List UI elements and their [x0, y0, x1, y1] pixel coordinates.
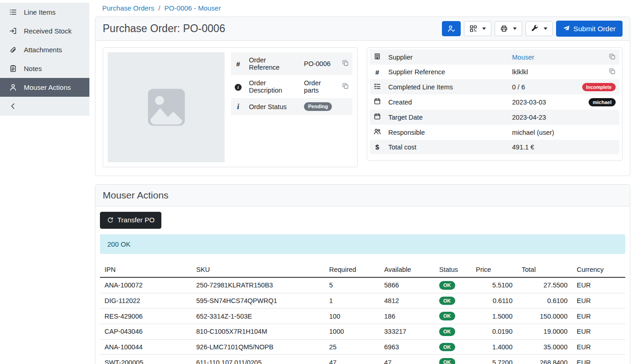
image-placeholder-icon	[145, 86, 187, 128]
cell-total: 19.0000	[517, 324, 572, 340]
cell-required: 100	[325, 309, 380, 324]
detail-value: 491.1 €	[508, 140, 576, 154]
transfer-po-button[interactable]: Transfer PO	[100, 212, 161, 229]
sidebar-item-label: Attachments	[24, 46, 62, 54]
ok-badge: OK	[439, 343, 455, 352]
detail-label: Target Date	[385, 110, 508, 125]
table-row: ANA-100044926-LMC7101QM5/NOPB256963OK1.4…	[100, 339, 625, 355]
column-header-total: Total	[517, 262, 572, 277]
cell-sku: 652-3314Z-1-503E	[192, 309, 325, 324]
breadcrumb-link-current-order[interactable]: PO-0006 - Mouser	[165, 4, 221, 12]
sidebar-item-attachments[interactable]: Attachments	[0, 40, 89, 59]
mouser-actions-title: Mouser Actions	[103, 190, 169, 201]
cell-sku: 810-C1005X7R1H104M	[192, 324, 325, 340]
cell-status: OK	[435, 309, 471, 324]
detail-label: Created	[385, 94, 508, 110]
info-circle-icon: i	[235, 84, 242, 91]
qr-icon	[469, 25, 477, 33]
cell-required: 47	[325, 355, 380, 364]
cell-total: 27.5500	[517, 277, 572, 293]
cell-ipn: DIG-112022	[100, 293, 192, 309]
cell-currency: EUR	[572, 309, 625, 324]
copy-icon	[609, 53, 616, 60]
copy-icon	[609, 68, 616, 75]
detail-value-text: 0 / 6	[512, 83, 525, 91]
cell-ipn: RES-429006	[100, 309, 192, 324]
detail-row-order-reference: #Order ReferencePO-0006	[231, 52, 353, 75]
cell-currency: EUR	[572, 277, 625, 293]
supplier-details-card: SupplierMouser#Supplier Referencelklklkl…	[367, 47, 623, 161]
sidebar-item-notes[interactable]: Notes	[0, 59, 89, 78]
supplier-details-table: SupplierMouser#Supplier Referencelklklkl…	[370, 50, 619, 154]
breadcrumb-link-purchase-orders[interactable]: Purchase Orders	[102, 4, 154, 12]
detail-value: michael (user)	[508, 125, 576, 140]
print-actions-button[interactable]	[495, 21, 522, 36]
mouser-actions-body: Transfer PO 200 OK IPNSKURequiredAvailab…	[95, 206, 630, 364]
mouser-actions-panel-header: Mouser Actions	[95, 185, 630, 206]
table-row: SWT-200005611-110.107.011/02054747OK5.72…	[100, 355, 625, 364]
ok-badge: OK	[439, 297, 455, 305]
supplier-link[interactable]: Mouser	[512, 54, 534, 61]
sidebar-item-received-stock[interactable]: Received Stock	[0, 22, 89, 40]
table-row: RES-429006652-3314Z-1-503E100186OK1.5000…	[100, 309, 625, 324]
cell-price: 5.7200	[471, 355, 517, 364]
cell-currency: EUR	[572, 293, 625, 309]
copy-button[interactable]	[342, 60, 349, 66]
detail-label: Responsible	[385, 125, 508, 140]
order-image-placeholder[interactable]	[108, 52, 225, 162]
copy-button[interactable]	[342, 83, 349, 89]
order-details-section: #Order ReferencePO-0006iOrder Descriptio…	[95, 41, 630, 176]
dollar-icon: $	[375, 143, 379, 151]
order-actions-button[interactable]	[525, 21, 553, 36]
chevron-left-icon	[9, 102, 17, 110]
cell-sku: 611-110.107.011/0205	[192, 355, 325, 364]
detail-label: Completed Line Items	[385, 79, 508, 94]
ok-badge: OK	[439, 358, 455, 364]
copy-button[interactable]	[609, 53, 616, 60]
detail-value-text: 2023-04-23	[512, 114, 546, 121]
column-header-price: Price	[471, 262, 517, 277]
detail-value-text: PO-0006	[304, 60, 331, 67]
submit-order-button[interactable]: Submit Order	[556, 21, 623, 37]
detail-row-order-status: iOrder StatusPending	[231, 98, 353, 115]
barcode-actions-button[interactable]	[464, 21, 491, 36]
column-header-available: Available	[380, 262, 435, 277]
hash-icon: #	[236, 60, 240, 68]
caret-down-icon	[482, 28, 486, 30]
detail-value-text: Order parts	[304, 79, 321, 94]
plane-icon	[563, 25, 570, 32]
submit-order-label: Submit Order	[573, 24, 616, 33]
info-icon: i	[237, 103, 239, 111]
cell-price: 1.5000	[471, 309, 517, 324]
sidebar-item-line-items[interactable]: Line Items	[0, 3, 89, 22]
sidebar-item-mouser-actions[interactable]: Mouser Actions	[0, 78, 89, 97]
ok-badge: OK	[439, 327, 455, 336]
cell-available: 5866	[380, 277, 435, 293]
caret-down-icon	[544, 28, 547, 30]
detail-value: PO-0006	[300, 52, 336, 75]
cell-required: 1	[325, 293, 380, 309]
cell-status: OK	[435, 339, 471, 355]
column-header-status: Status	[435, 262, 471, 277]
cell-sku: 250-72981KLRATR150B3	[192, 277, 325, 293]
cell-currency: EUR	[572, 355, 625, 364]
sign-in-icon	[9, 27, 17, 35]
cell-sku: 926-LMC7101QM5/NOPB	[192, 339, 325, 355]
detail-row-completed-line-items: Completed Line Items0 / 6Incomplete	[370, 79, 619, 94]
detail-row-total-cost: $Total cost491.1 €	[370, 140, 619, 154]
cell-total: 150.0000	[517, 309, 572, 324]
sidebar-collapse-button[interactable]	[0, 97, 89, 115]
paperclip-icon	[9, 46, 17, 54]
column-header-required: Required	[325, 262, 380, 277]
cell-status: OK	[435, 324, 471, 340]
cell-total: 35.0000	[517, 339, 572, 355]
copy-button[interactable]	[609, 68, 616, 75]
detail-value-text: 2023-03-03	[512, 99, 546, 106]
cell-available: 47	[380, 355, 435, 364]
user-action-button[interactable]	[442, 21, 461, 36]
cell-ipn: ANA-100072	[100, 277, 192, 293]
cell-total: 268.8400	[517, 355, 572, 364]
copy-icon	[342, 83, 349, 89]
sidebar-item-label: Mouser Actions	[24, 83, 71, 91]
detail-value: Mouser	[508, 50, 576, 65]
